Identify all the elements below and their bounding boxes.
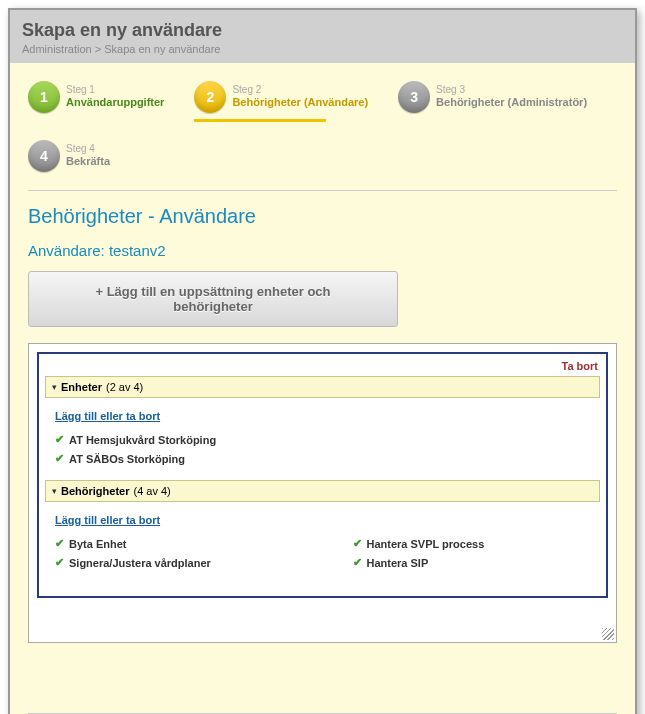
perms-col-2: ✔Hantera SVPL process ✔Hantera SIP xyxy=(353,534,591,572)
perms-col-1: ✔Byta Enhet ✔Signera/Justera vårdplaner xyxy=(55,534,293,572)
perms-list: ✔Byta Enhet ✔Signera/Justera vårdplaner … xyxy=(55,534,590,572)
step-1-name: Användaruppgifter xyxy=(66,96,164,110)
step-2-name: Behörigheter (Användare) xyxy=(232,96,368,110)
remove-link[interactable]: Ta bort xyxy=(45,360,600,376)
unit-item-1: AT SÄBOs Storköping xyxy=(69,453,185,465)
add-set-button[interactable]: + Lägg till en uppsättning enheter och b… xyxy=(28,271,398,327)
list-item: ✔AT SÄBOs Storköping xyxy=(55,449,590,468)
check-icon: ✔ xyxy=(55,452,64,465)
step-1-label: Steg 1 xyxy=(66,84,164,97)
step-1-circle: 1 xyxy=(28,81,60,113)
check-icon: ✔ xyxy=(55,556,64,569)
units-add-remove-link[interactable]: Lägg till eller ta bort xyxy=(55,410,160,422)
units-list: ✔AT Hemsjukvård Storköping ✔AT SÄBOs Sto… xyxy=(55,430,590,468)
unit-item-0: AT Hemsjukvård Storköping xyxy=(69,434,216,446)
perm-c2-0: Hantera SVPL process xyxy=(367,538,485,550)
app-frame: Skapa en ny användare Administration > S… xyxy=(8,8,637,714)
perms-add-remove-link[interactable]: Lägg till eller ta bort xyxy=(55,514,160,526)
list-item: ✔Hantera SIP xyxy=(353,553,591,572)
list-item: ✔AT Hemsjukvård Storköping xyxy=(55,430,590,449)
perms-header-label: Behörigheter xyxy=(61,485,129,497)
units-header[interactable]: ▾ Enheter (2 av 4) xyxy=(45,376,600,398)
step-3-circle: 3 xyxy=(398,81,430,113)
perms-header-count: (4 av 4) xyxy=(133,485,170,497)
perm-c1-0: Byta Enhet xyxy=(69,538,126,550)
step-1-text: Steg 1 Användaruppgifter xyxy=(66,84,164,110)
perms-body: Lägg till eller ta bort ✔Byta Enhet ✔Sig… xyxy=(45,502,600,584)
step-4-circle: 4 xyxy=(28,140,60,172)
step-2-text: Steg 2 Behörigheter (Användare) xyxy=(232,84,368,110)
list-item: ✔Signera/Justera vårdplaner xyxy=(55,553,293,572)
perm-c1-1: Signera/Justera vårdplaner xyxy=(69,557,211,569)
step-4-text: Steg 4 Bekräfta xyxy=(66,143,110,169)
units-header-label: Enheter xyxy=(61,381,102,393)
divider xyxy=(28,190,617,191)
perms-header[interactable]: ▾ Behörigheter (4 av 4) xyxy=(45,480,600,502)
check-icon: ✔ xyxy=(353,537,362,550)
step-2[interactable]: 2 Steg 2 Behörigheter (Användare) xyxy=(194,81,368,113)
list-item: ✔Hantera SVPL process xyxy=(353,534,591,553)
check-icon: ✔ xyxy=(353,556,362,569)
caret-down-icon: ▾ xyxy=(52,486,57,496)
config-box: Ta bort ▾ Enheter (2 av 4) Lägg till ell… xyxy=(37,352,608,598)
step-4-name: Bekräfta xyxy=(66,155,110,169)
header-bar: Skapa en ny användare Administration > S… xyxy=(10,10,635,63)
breadcrumb[interactable]: Administration > Skapa en ny användare xyxy=(22,43,623,55)
resize-grip-icon[interactable] xyxy=(602,628,614,640)
content-area: 1 Steg 1 Användaruppgifter 2 Steg 2 Behö… xyxy=(10,63,635,714)
list-item: ✔Byta Enhet xyxy=(55,534,293,553)
step-4[interactable]: 4 Steg 4 Bekräfta xyxy=(28,140,110,172)
page-title: Skapa en ny användare xyxy=(22,20,623,41)
step-3[interactable]: 3 Steg 3 Behörigheter (Administratör) xyxy=(398,81,587,113)
wizard-steps: 1 Steg 1 Användaruppgifter 2 Steg 2 Behö… xyxy=(28,75,617,182)
units-header-count: (2 av 4) xyxy=(106,381,143,393)
step-4-label: Steg 4 xyxy=(66,143,110,156)
user-label: Användare: testanv2 xyxy=(28,242,617,259)
step-1[interactable]: 1 Steg 1 Användaruppgifter xyxy=(28,81,164,113)
step-3-label: Steg 3 xyxy=(436,84,587,97)
check-icon: ✔ xyxy=(55,433,64,446)
config-panel: Ta bort ▾ Enheter (2 av 4) Lägg till ell… xyxy=(28,343,617,643)
step-2-label: Steg 2 xyxy=(232,84,368,97)
section-title: Behörigheter - Användare xyxy=(28,205,617,228)
caret-down-icon: ▾ xyxy=(52,382,57,392)
step-2-circle: 2 xyxy=(194,81,226,113)
step-3-name: Behörigheter (Administratör) xyxy=(436,96,587,110)
step-3-text: Steg 3 Behörigheter (Administratör) xyxy=(436,84,587,110)
step-2-underline xyxy=(194,119,326,122)
units-body: Lägg till eller ta bort ✔AT Hemsjukvård … xyxy=(45,398,600,480)
perm-c2-1: Hantera SIP xyxy=(367,557,429,569)
check-icon: ✔ xyxy=(55,537,64,550)
